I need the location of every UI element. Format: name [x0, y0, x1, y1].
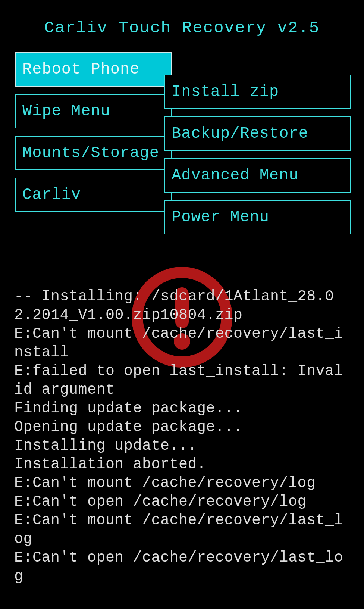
- log-output: -- Installing: /sdcard/1Atlant_28.02.201…: [11, 287, 353, 586]
- menu-column-right: Install zip Backup/Restore Advanced Menu…: [164, 75, 351, 234]
- menu-install-zip[interactable]: Install zip: [164, 75, 351, 109]
- page-title: Carliv Touch Recovery v2.5: [11, 19, 353, 37]
- menu-reboot-phone[interactable]: Reboot Phone: [15, 52, 172, 87]
- menu-carliv[interactable]: Carliv: [15, 178, 172, 212]
- menu-wipe-menu[interactable]: Wipe Menu: [15, 94, 172, 128]
- menu-advanced-menu[interactable]: Advanced Menu: [164, 158, 351, 193]
- menu-backup-restore[interactable]: Backup/Restore: [164, 116, 351, 151]
- menu-power-menu[interactable]: Power Menu: [164, 200, 351, 234]
- recovery-screen: Carliv Touch Recovery v2.5 Reboot Phone …: [0, 0, 364, 609]
- menu-mounts-storage[interactable]: Mounts/Storage: [15, 136, 172, 170]
- menu-area: Reboot Phone Wipe Menu Mounts/Storage Ca…: [11, 52, 353, 284]
- menu-column-left: Reboot Phone Wipe Menu Mounts/Storage Ca…: [15, 52, 172, 212]
